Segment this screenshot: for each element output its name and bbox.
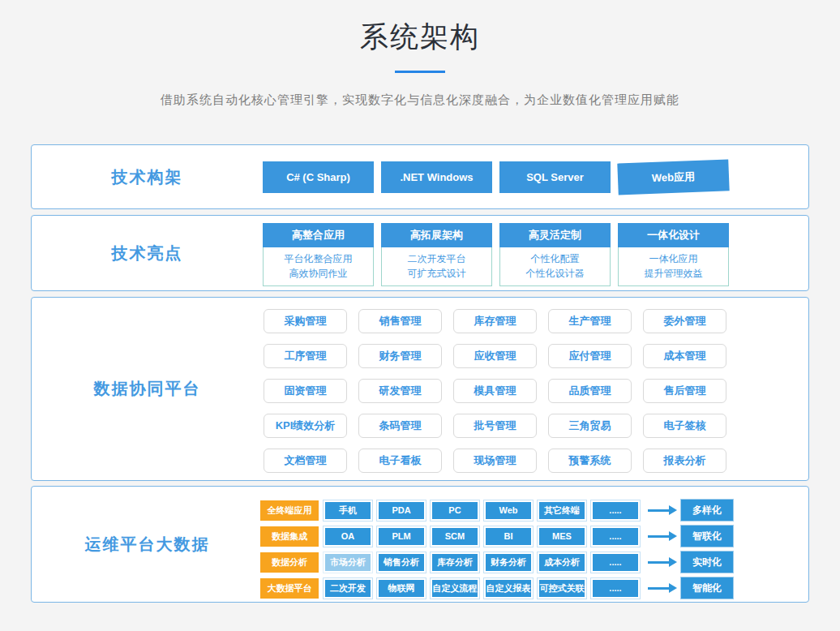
section-ops-platform: 运维平台大数据 全终端应用 手机 PDA PC Web 其它终端 ..... 多… [31,486,809,603]
highlight-card-body: 二次开发平台 可扩充式设计 [381,247,492,286]
highlight-cards: 高整合应用 平台化整合应用 高效协同作业 高拓展架构 二次开发平台 可扩充式设计… [263,223,808,286]
module-button[interactable]: 应收管理 [453,344,537,368]
ops-item-chip[interactable]: 手机 [324,500,372,521]
module-button[interactable]: 报表分析 [643,449,726,473]
module-button[interactable]: 电子签核 [643,414,726,438]
highlight-card: 高灵活定制 个性化配置 个性化设计器 [499,223,611,286]
section-data-platform: 数据协同平台 采购管理 销售管理 库存管理 生产管理 委外管理 工序管理 财务管… [31,297,809,481]
ops-result-button[interactable]: 实时化 [680,551,734,573]
highlight-card: 高拓展架构 二次开发平台 可扩充式设计 [381,223,492,286]
ops-row-analysis: 数据分析 市场分析 销售分析 库存分析 财务分析 成本分析 ..... 实时化 [260,551,808,573]
arrow-right-icon [648,587,669,590]
ops-item-chip[interactable]: PLM [377,526,426,547]
module-button[interactable]: 售后管理 [643,379,726,403]
ops-item-chip[interactable]: BI [484,526,533,547]
ops-row-bigdata: 大数据平台 二次开发 物联网 自定义流程 自定义报表 可控式关联 ..... 智… [260,577,808,599]
ops-item-chip[interactable]: OA [324,526,372,547]
module-button[interactable]: KPI绩效分析 [264,414,347,438]
ops-item-chip[interactable]: 财务分析 [484,552,533,573]
ops-row-terminals: 全终端应用 手机 PDA PC Web 其它终端 ..... 多样化 [260,499,808,522]
ops-item-chip-more[interactable]: ..... [591,578,640,599]
highlight-line: 平台化整合应用 [264,251,373,266]
page-title: 系统架构 [0,0,840,56]
ops-item-chip[interactable]: 其它终端 [538,500,586,521]
module-button[interactable]: 三角贸易 [548,414,632,438]
ops-item-chip[interactable]: 库存分析 [431,552,479,573]
highlight-card-title: 高整合应用 [263,223,374,247]
section-label-tech-framework: 技术构架 [32,145,263,208]
tech-button-csharp[interactable]: C# (C Sharp) [263,161,374,193]
highlight-card-body: 平台化整合应用 高效协同作业 [263,247,374,286]
module-button[interactable]: 研发管理 [358,379,442,403]
highlight-card-title: 一体化设计 [618,223,729,247]
highlight-line: 提升管理效益 [619,266,728,281]
module-button[interactable]: 应付管理 [548,344,632,368]
highlight-line: 高效协同作业 [264,266,373,281]
module-button[interactable]: 财务管理 [358,344,442,368]
ops-item-chip[interactable]: MES [538,526,586,547]
tech-framework-buttons: C# (C Sharp) .NET Windows SQL Server Web… [263,161,808,193]
module-button[interactable]: 条码管理 [358,414,442,438]
highlight-card-title: 高灵活定制 [499,223,611,247]
ops-item-chip-more[interactable]: ..... [591,552,640,573]
highlight-card: 高整合应用 平台化整合应用 高效协同作业 [263,223,374,286]
section-tech-framework: 技术构架 C# (C Sharp) .NET Windows SQL Serve… [31,144,809,209]
module-button[interactable]: 文档管理 [264,449,347,473]
highlight-line: 一体化应用 [619,251,728,266]
page-subtitle: 借助系统自动化核心管理引擎，实现数字化与信息化深度融合，为企业数值化管理应用赋能 [0,92,840,108]
tech-button-sqlserver[interactable]: SQL Server [499,161,611,193]
ops-item-chip[interactable]: 自定义流程 [431,578,479,599]
highlight-card-body: 个性化配置 个性化设计器 [499,247,611,286]
ops-item-chip-more[interactable]: ..... [591,500,640,521]
highlight-line: 二次开发平台 [382,251,491,266]
arrow-right-icon [648,561,669,564]
ops-result-button[interactable]: 智联化 [680,525,734,547]
tech-button-web[interactable]: Web应用 [617,159,729,195]
module-button[interactable]: 品质管理 [548,379,632,403]
module-button[interactable]: 现场管理 [453,449,537,473]
ops-category-label: 大数据平台 [260,578,319,599]
ops-item-chip-more[interactable]: ..... [591,526,640,547]
arrow-right-icon [648,535,669,538]
ops-item-chip[interactable]: 市场分析 [324,552,372,573]
ops-item-chip[interactable]: 可控式关联 [538,578,586,599]
module-button[interactable]: 模具管理 [453,379,537,403]
highlight-card-body: 一体化应用 提升管理效益 [618,247,729,286]
ops-item-chip[interactable]: SCM [431,526,479,547]
ops-item-chip[interactable]: PDA [377,500,426,521]
arrow-right-icon [648,509,669,512]
highlight-card: 一体化设计 一体化应用 提升管理效益 [618,223,729,286]
ops-item-chip[interactable]: 物联网 [377,578,426,599]
section-label-ops-platform: 运维平台大数据 [32,487,263,602]
ops-item-chip[interactable]: Web [484,500,533,521]
highlight-line: 可扩充式设计 [382,266,491,281]
module-button[interactable]: 工序管理 [264,344,347,368]
ops-category-label: 数据集成 [260,526,319,547]
ops-result-button[interactable]: 多样化 [680,499,734,522]
module-button[interactable]: 生产管理 [548,309,632,333]
ops-item-chip[interactable]: 二次开发 [324,578,372,599]
module-button[interactable]: 采购管理 [264,309,347,333]
ops-item-chip[interactable]: 销售分析 [377,552,426,573]
ops-result-button[interactable]: 智能化 [680,577,734,599]
ops-item-chip[interactable]: 自定义报表 [484,578,533,599]
module-grid: 采购管理 销售管理 库存管理 生产管理 委外管理 工序管理 财务管理 应收管理 … [264,309,808,473]
section-label-tech-highlights: 技术亮点 [32,216,263,290]
ops-item-chip[interactable]: PC [431,500,479,521]
module-button[interactable]: 电子看板 [358,449,442,473]
highlight-line: 个性化配置 [500,251,610,266]
ops-item-chip[interactable]: 成本分析 [538,552,586,573]
module-button[interactable]: 库存管理 [453,309,537,333]
section-label-data-platform: 数据协同平台 [32,298,263,480]
module-button[interactable]: 批号管理 [453,414,537,438]
module-button[interactable]: 预警系统 [548,449,632,473]
section-tech-highlights: 技术亮点 高整合应用 平台化整合应用 高效协同作业 高拓展架构 二次开发平台 可… [31,215,809,291]
module-button[interactable]: 销售管理 [358,309,442,333]
module-button[interactable]: 委外管理 [643,309,726,333]
ops-category-label: 全终端应用 [260,500,319,521]
tech-button-dotnet[interactable]: .NET Windows [381,161,492,193]
module-button[interactable]: 固资管理 [264,379,347,403]
highlight-line: 个性化设计器 [500,266,610,281]
module-button[interactable]: 成本管理 [643,344,726,368]
title-underline [395,71,445,73]
